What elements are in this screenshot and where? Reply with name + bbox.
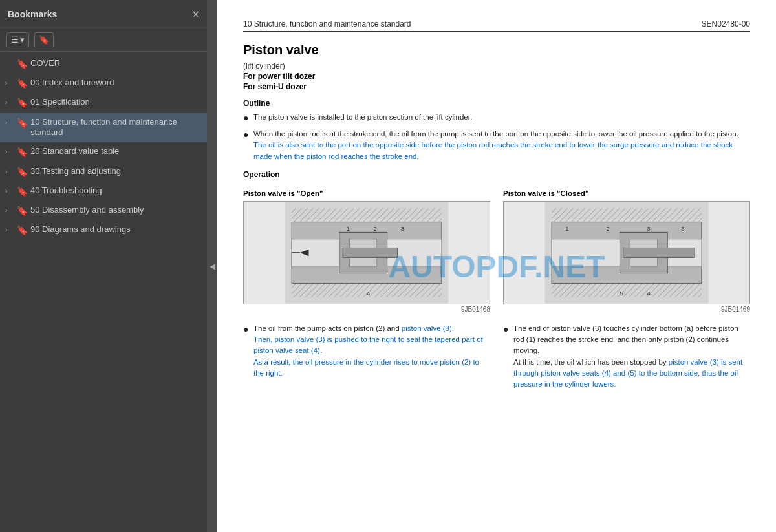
operation-label: Operation [243, 170, 750, 179]
sidebar-header: Bookmarks × [0, 0, 207, 28]
expand-arrow-icon: › [5, 226, 14, 234]
bullet-icon-2: ● [243, 128, 253, 142]
sidebar-item-40[interactable]: ›🔖40 Troubleshooting [0, 182, 207, 201]
document-subtitle-light: (lift cylinder) [243, 61, 750, 70]
bottom-bullet-left: ● The oil from the pump acts on piston (… [243, 323, 490, 379]
sidebar-item-label: 50 Disassembly and assembly [30, 205, 202, 216]
expand-arrow-icon: › [5, 118, 14, 127]
view-icon: ☰ [11, 35, 19, 45]
expand-arrow-icon: › [5, 187, 14, 195]
bullet-icon-right: ● [503, 323, 513, 336]
chevron-left-icon: ◀ [210, 262, 215, 271]
close-icon[interactable]: × [192, 8, 199, 20]
sidebar-item-30[interactable]: ›🔖30 Testing and adjusting [0, 162, 207, 182]
sidebar-items: 🔖COVER›🔖00 Index and foreword›🔖01 Specif… [0, 52, 207, 532]
svg-text:2: 2 [606, 225, 609, 232]
sidebar-item-label: 10 Structure, function and maintenance s… [30, 117, 202, 139]
expand-arrow-icon: › [5, 79, 14, 87]
diagram-left-caption: 9JB01468 [243, 306, 490, 313]
svg-text:8: 8 [681, 225, 684, 232]
svg-rect-23 [623, 248, 695, 257]
bottom-right-col: ● The end of piston valve (3) touches cy… [503, 323, 750, 393]
sidebar-item-cover[interactable]: 🔖COVER [0, 54, 207, 74]
bottom-bullet-right-text: The end of piston valve (3) touches cyli… [513, 323, 750, 390]
expand-arrow-icon: › [5, 206, 14, 215]
svg-text:3: 3 [401, 225, 404, 232]
svg-rect-8 [343, 248, 397, 257]
outline-bullet-2: ● When the piston rod is at the stroke e… [243, 129, 750, 162]
diagram-left-title: Piston valve is "Open" [243, 189, 490, 197]
header-right: SEN02480-00 [702, 19, 750, 28]
bullet-icon-left: ● [243, 323, 253, 336]
document-subtitle-bold1: For power tilt dozer [243, 72, 750, 81]
document-title: Piston valve [243, 43, 750, 58]
document-subtitle-bold2: For semi-U dozer [243, 82, 750, 91]
svg-text:4: 4 [367, 290, 370, 297]
svg-text:4: 4 [647, 290, 651, 297]
bookmark-icon: 🔖 [17, 58, 28, 70]
bookmark-icon: 🔖 [17, 78, 28, 89]
sidebar-collapse-handle[interactable]: ◀ [207, 0, 217, 532]
diagram-right-image: 1 2 3 8 5 4 [503, 201, 750, 304]
sidebar-item-20[interactable]: ›🔖20 Standard value table [0, 142, 207, 162]
outline-bullet-2-text: When the piston rod is at the stroke end… [253, 129, 750, 162]
sidebar-item-label: 00 Index and foreword [30, 78, 202, 89]
bottom-bullet-right: ● The end of piston valve (3) touches cy… [503, 323, 750, 390]
bullet-icon-1: ● [243, 111, 253, 125]
sidebar-item-01[interactable]: ›🔖01 Specification [0, 93, 207, 112]
bookmark-button[interactable]: 🔖 [34, 32, 54, 47]
sidebar-item-00[interactable]: ›🔖00 Index and foreword [0, 74, 207, 93]
svg-rect-18 [552, 283, 702, 297]
diagram-left-image: 1 2 3 4 [243, 201, 490, 304]
bookmark-icon: 🔖 [17, 205, 28, 217]
diagram-right-title: Piston valve is "Closed" [503, 189, 750, 197]
svg-text:2: 2 [374, 225, 377, 232]
outline-bullet-2-blue: The oil is also sent to the port on the … [253, 141, 733, 160]
outline-bullet-1: ● The piston valve is installed to the p… [243, 112, 750, 125]
bookmark-icon: 🔖 [17, 166, 28, 178]
outline-bullet-1-text: The piston valve is installed to the pis… [253, 112, 750, 123]
svg-rect-17 [552, 208, 702, 222]
bookmark-icon: 🔖 [17, 186, 28, 197]
diagram-left: Piston valve is "Open" [243, 189, 490, 313]
svg-rect-2 [292, 208, 442, 222]
view-options-button[interactable]: ☰ ▾ [6, 32, 29, 47]
sidebar-item-label: 01 Specification [30, 97, 202, 108]
sidebar-item-label: 20 Standard value table [30, 146, 202, 157]
svg-text:1: 1 [565, 225, 568, 232]
diagram-right: Piston valve is "Closed" [503, 189, 750, 313]
dropdown-arrow-icon: ▾ [20, 35, 25, 45]
bottom-left-col: ● The oil from the pump acts on piston (… [243, 323, 490, 393]
document-page: AUTOPDF.NET 10 Structure, function and m… [217, 0, 776, 532]
expand-arrow-icon: › [5, 98, 14, 107]
document-header: 10 Structure, function and maintenance s… [243, 19, 750, 32]
svg-text:5: 5 [620, 290, 623, 297]
bottom-bullet-left-text: The oil from the pump acts on piston (2)… [253, 323, 490, 379]
sidebar: Bookmarks × ☰ ▾ 🔖 🔖COVER›🔖00 Index and f… [0, 0, 207, 532]
sidebar-toolbar: ☰ ▾ 🔖 [0, 28, 207, 52]
bookmark-icon: 🔖 [39, 35, 49, 45]
bookmark-icon: 🔖 [17, 224, 28, 236]
svg-text:3: 3 [647, 225, 651, 232]
sidebar-item-10[interactable]: ›🔖10 Structure, function and maintenance… [0, 113, 207, 143]
bookmark-icon: 🔖 [17, 117, 28, 129]
sidebar-item-label: 30 Testing and adjusting [30, 166, 202, 177]
bookmark-icon: 🔖 [17, 146, 28, 158]
bookmark-icon: 🔖 [17, 97, 28, 109]
sidebar-item-label: 40 Troubleshooting [30, 186, 202, 197]
outline-label: Outline [243, 99, 750, 108]
sidebar-title: Bookmarks [8, 9, 57, 19]
sidebar-item-50[interactable]: ›🔖50 Disassembly and assembly [0, 201, 207, 220]
sidebar-item-label: 90 Diagrams and drawings [30, 224, 202, 235]
main-content: AUTOPDF.NET 10 Structure, function and m… [217, 0, 776, 532]
diagrams-row: Piston valve is "Open" [243, 189, 750, 313]
expand-arrow-icon: › [5, 147, 14, 156]
sidebar-item-label: COVER [30, 58, 202, 69]
sidebar-item-90[interactable]: ›🔖90 Diagrams and drawings [0, 220, 207, 240]
svg-text:1: 1 [346, 225, 349, 232]
header-left: 10 Structure, function and maintenance s… [243, 19, 411, 28]
expand-arrow-icon: › [5, 167, 14, 176]
diagram-right-caption: 9JB01469 [503, 306, 750, 313]
bottom-bullets: ● The oil from the pump acts on piston (… [243, 323, 750, 393]
